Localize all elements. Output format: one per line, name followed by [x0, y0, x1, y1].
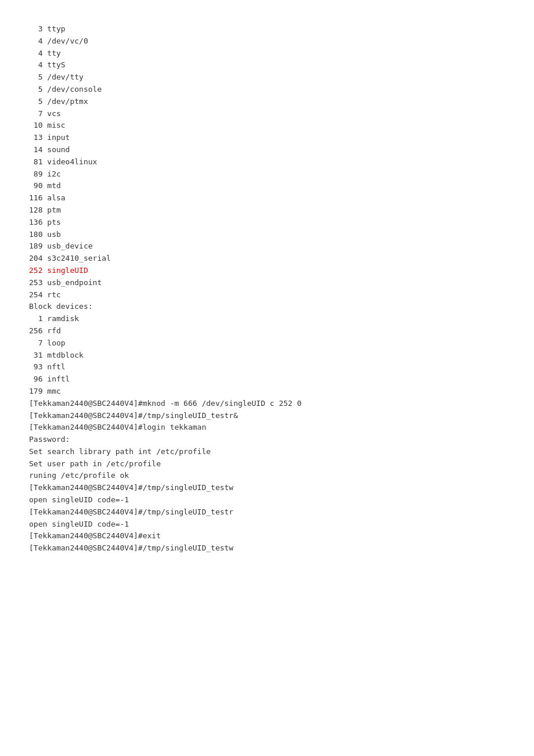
terminal-output: 3 ttyp 4 /dev/vc/0 4 tty 4 ttyS 5 /dev/t…	[29, 23, 505, 555]
terminal-line: 4 /dev/vc/0	[29, 35, 505, 48]
terminal-line: Password:	[29, 434, 505, 446]
terminal-line: 1 ramdisk	[29, 313, 505, 325]
terminal-line: runing /etc/profile ok	[29, 470, 505, 482]
terminal-line: 10 misc	[29, 120, 505, 132]
terminal-line: 5 /dev/console	[29, 84, 505, 96]
terminal-line: 116 alsa	[29, 192, 505, 204]
terminal-line: open singleUID code=-1	[29, 494, 505, 506]
terminal-line: 7 loop	[29, 337, 505, 350]
terminal-line: [Tekkaman2440@SBC2440V4]#/tmp/singleUID_…	[29, 410, 505, 422]
terminal-line: 189 usb_device	[29, 240, 505, 253]
terminal-line: 13 input	[29, 132, 505, 144]
terminal-line: Block devices:	[29, 301, 505, 313]
terminal-line: [Tekkaman2440@SBC2440V4]#/tmp/singleUID_…	[29, 542, 505, 555]
terminal-line: Set user path in /etc/profile	[29, 458, 505, 470]
terminal-line: 7 vcs	[29, 108, 505, 120]
terminal-line: open singleUID code=-1	[29, 519, 505, 531]
terminal-line: 14 sound	[29, 144, 505, 156]
terminal-line: 204 s3c2410_serial	[29, 253, 505, 265]
terminal-line: [Tekkaman2440@SBC2440V4]#mknod -m 666 /d…	[29, 398, 505, 410]
terminal-line: 89 i2c	[29, 168, 505, 181]
terminal-line: 3 ttyp	[29, 23, 505, 35]
terminal-line: 90 mtd	[29, 180, 505, 192]
terminal-line: [Tekkaman2440@SBC2440V4]#/tmp/singleUID_…	[29, 482, 505, 494]
terminal-line: 180 usb	[29, 229, 505, 241]
terminal-line: 252 singleUID	[29, 265, 505, 277]
terminal-line: 4 tty	[29, 48, 505, 60]
terminal-line: 253 usb_endpoint	[29, 277, 505, 289]
terminal-line: 5 /dev/tty	[29, 71, 505, 84]
terminal-line: 96 inftl	[29, 373, 505, 386]
terminal-line: 254 rtc	[29, 289, 505, 301]
terminal-line: 4 ttyS	[29, 59, 505, 71]
terminal-line: 179 mmc	[29, 386, 505, 398]
terminal-line: 31 mtdblock	[29, 350, 505, 362]
terminal-line: 93 nftl	[29, 361, 505, 373]
terminal-line: 81 video4linux	[29, 156, 505, 168]
terminal-line: 128 ptm	[29, 204, 505, 217]
terminal-line: [Tekkaman2440@SBC2440V4]#exit	[29, 530, 505, 542]
terminal-line: 256 rfd	[29, 325, 505, 337]
terminal-line: 5 /dev/ptmx	[29, 96, 505, 108]
terminal-line: Set search library path int /etc/profile	[29, 446, 505, 458]
terminal-line: [Tekkaman2440@SBC2440V4]#/tmp/singleUID_…	[29, 506, 505, 519]
terminal-line: [Tekkaman2440@SBC2440V4]#login tekkaman	[29, 422, 505, 434]
terminal-line: 136 pts	[29, 217, 505, 229]
